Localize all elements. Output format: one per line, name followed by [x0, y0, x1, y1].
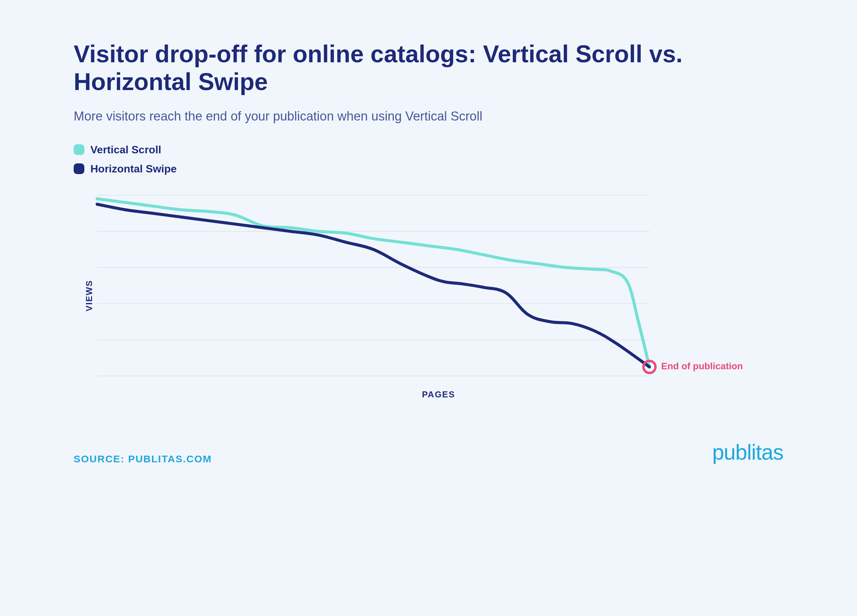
legend-swatch-teal-icon — [74, 144, 84, 155]
line-chart — [94, 192, 683, 379]
legend-label-vertical: Vertical Scroll — [90, 144, 161, 156]
legend-item-horizontal: Horizontal Swipe — [74, 163, 783, 175]
footer: SOURCE: PUBLITAS.COM publitas — [74, 440, 783, 465]
y-axis-label: VIEWS — [84, 280, 94, 311]
chart-title: Visitor drop-off for online catalogs: Ve… — [74, 40, 710, 96]
source-text: SOURCE: PUBLITAS.COM — [74, 453, 212, 465]
legend-swatch-navy-icon — [74, 163, 84, 174]
brand-logo: publitas — [712, 440, 783, 465]
legend: Vertical Scroll Horizontal Swipe — [74, 144, 783, 175]
legend-item-vertical: Vertical Scroll — [74, 144, 783, 156]
chart-area: VIEWS End of publication PAGES — [94, 192, 783, 400]
legend-label-horizontal: Horizontal Swipe — [90, 163, 177, 175]
x-axis-label: PAGES — [94, 389, 783, 400]
chart-subtitle: More visitors reach the end of your publ… — [74, 109, 783, 124]
end-of-publication-annotation: End of publication — [661, 361, 743, 371]
